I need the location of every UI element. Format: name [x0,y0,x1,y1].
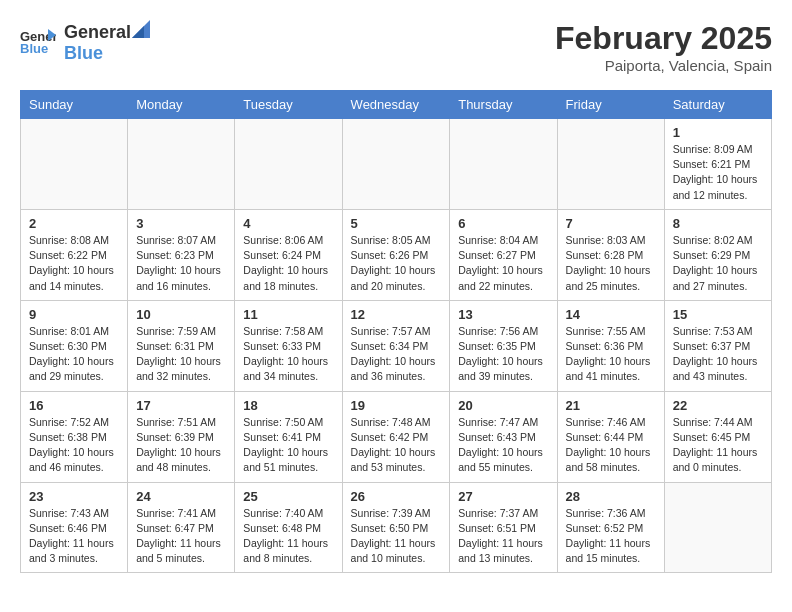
svg-marker-4 [132,26,144,38]
day-number: 18 [243,398,333,413]
logo-icon: General Blue [20,27,56,57]
calendar-cell [557,119,664,210]
calendar-cell [450,119,557,210]
day-info: Sunrise: 7:40 AM Sunset: 6:48 PM Dayligh… [243,506,333,567]
day-info: Sunrise: 7:41 AM Sunset: 6:47 PM Dayligh… [136,506,226,567]
day-number: 28 [566,489,656,504]
day-number: 22 [673,398,763,413]
day-info: Sunrise: 7:56 AM Sunset: 6:35 PM Dayligh… [458,324,548,385]
location-title: Paiporta, Valencia, Spain [555,57,772,74]
calendar-cell: 27Sunrise: 7:37 AM Sunset: 6:51 PM Dayli… [450,482,557,573]
day-info: Sunrise: 7:36 AM Sunset: 6:52 PM Dayligh… [566,506,656,567]
calendar-cell [21,119,128,210]
calendar-cell: 18Sunrise: 7:50 AM Sunset: 6:41 PM Dayli… [235,391,342,482]
day-info: Sunrise: 7:43 AM Sunset: 6:46 PM Dayligh… [29,506,119,567]
svg-text:Blue: Blue [20,41,48,56]
week-row-3: 9Sunrise: 8:01 AM Sunset: 6:30 PM Daylig… [21,300,772,391]
day-number: 13 [458,307,548,322]
calendar-cell: 20Sunrise: 7:47 AM Sunset: 6:43 PM Dayli… [450,391,557,482]
calendar-cell: 13Sunrise: 7:56 AM Sunset: 6:35 PM Dayli… [450,300,557,391]
day-number: 9 [29,307,119,322]
month-title: February 2025 [555,20,772,57]
day-number: 15 [673,307,763,322]
calendar-cell: 17Sunrise: 7:51 AM Sunset: 6:39 PM Dayli… [128,391,235,482]
day-number: 24 [136,489,226,504]
day-info: Sunrise: 8:09 AM Sunset: 6:21 PM Dayligh… [673,142,763,203]
day-info: Sunrise: 7:37 AM Sunset: 6:51 PM Dayligh… [458,506,548,567]
day-info: Sunrise: 8:03 AM Sunset: 6:28 PM Dayligh… [566,233,656,294]
calendar-cell: 12Sunrise: 7:57 AM Sunset: 6:34 PM Dayli… [342,300,450,391]
logo-triangle-icon [132,20,150,38]
day-info: Sunrise: 8:02 AM Sunset: 6:29 PM Dayligh… [673,233,763,294]
day-info: Sunrise: 7:51 AM Sunset: 6:39 PM Dayligh… [136,415,226,476]
day-info: Sunrise: 8:06 AM Sunset: 6:24 PM Dayligh… [243,233,333,294]
day-number: 8 [673,216,763,231]
day-info: Sunrise: 7:59 AM Sunset: 6:31 PM Dayligh… [136,324,226,385]
week-row-1: 1Sunrise: 8:09 AM Sunset: 6:21 PM Daylig… [21,119,772,210]
calendar-cell: 14Sunrise: 7:55 AM Sunset: 6:36 PM Dayli… [557,300,664,391]
title-area: February 2025 Paiporta, Valencia, Spain [555,20,772,74]
calendar-cell: 1Sunrise: 8:09 AM Sunset: 6:21 PM Daylig… [664,119,771,210]
logo: General Blue General Blue [20,20,151,64]
column-header-monday: Monday [128,91,235,119]
calendar-cell: 28Sunrise: 7:36 AM Sunset: 6:52 PM Dayli… [557,482,664,573]
day-number: 11 [243,307,333,322]
day-number: 19 [351,398,442,413]
calendar-cell: 11Sunrise: 7:58 AM Sunset: 6:33 PM Dayli… [235,300,342,391]
calendar-cell: 26Sunrise: 7:39 AM Sunset: 6:50 PM Dayli… [342,482,450,573]
calendar-cell: 23Sunrise: 7:43 AM Sunset: 6:46 PM Dayli… [21,482,128,573]
calendar-cell: 2Sunrise: 8:08 AM Sunset: 6:22 PM Daylig… [21,209,128,300]
calendar-cell: 25Sunrise: 7:40 AM Sunset: 6:48 PM Dayli… [235,482,342,573]
calendar-cell: 9Sunrise: 8:01 AM Sunset: 6:30 PM Daylig… [21,300,128,391]
calendar-cell: 21Sunrise: 7:46 AM Sunset: 6:44 PM Dayli… [557,391,664,482]
day-number: 17 [136,398,226,413]
day-info: Sunrise: 7:50 AM Sunset: 6:41 PM Dayligh… [243,415,333,476]
day-number: 14 [566,307,656,322]
page-header: General Blue General Blue February 2025 … [20,20,772,74]
day-number: 4 [243,216,333,231]
day-number: 26 [351,489,442,504]
logo-blue-text: Blue [64,43,103,63]
day-info: Sunrise: 7:53 AM Sunset: 6:37 PM Dayligh… [673,324,763,385]
day-info: Sunrise: 8:04 AM Sunset: 6:27 PM Dayligh… [458,233,548,294]
day-number: 6 [458,216,548,231]
day-info: Sunrise: 7:52 AM Sunset: 6:38 PM Dayligh… [29,415,119,476]
day-number: 27 [458,489,548,504]
day-number: 12 [351,307,442,322]
day-info: Sunrise: 7:39 AM Sunset: 6:50 PM Dayligh… [351,506,442,567]
column-header-sunday: Sunday [21,91,128,119]
calendar-cell: 10Sunrise: 7:59 AM Sunset: 6:31 PM Dayli… [128,300,235,391]
calendar-cell: 8Sunrise: 8:02 AM Sunset: 6:29 PM Daylig… [664,209,771,300]
calendar-cell: 16Sunrise: 7:52 AM Sunset: 6:38 PM Dayli… [21,391,128,482]
week-row-2: 2Sunrise: 8:08 AM Sunset: 6:22 PM Daylig… [21,209,772,300]
calendar-cell [664,482,771,573]
day-number: 1 [673,125,763,140]
calendar-cell: 7Sunrise: 8:03 AM Sunset: 6:28 PM Daylig… [557,209,664,300]
calendar-cell: 3Sunrise: 8:07 AM Sunset: 6:23 PM Daylig… [128,209,235,300]
calendar-cell: 5Sunrise: 8:05 AM Sunset: 6:26 PM Daylig… [342,209,450,300]
calendar-cell: 15Sunrise: 7:53 AM Sunset: 6:37 PM Dayli… [664,300,771,391]
calendar-cell: 6Sunrise: 8:04 AM Sunset: 6:27 PM Daylig… [450,209,557,300]
week-row-5: 23Sunrise: 7:43 AM Sunset: 6:46 PM Dayli… [21,482,772,573]
day-info: Sunrise: 8:05 AM Sunset: 6:26 PM Dayligh… [351,233,442,294]
day-number: 20 [458,398,548,413]
calendar-cell: 19Sunrise: 7:48 AM Sunset: 6:42 PM Dayli… [342,391,450,482]
column-header-tuesday: Tuesday [235,91,342,119]
day-number: 23 [29,489,119,504]
day-info: Sunrise: 7:57 AM Sunset: 6:34 PM Dayligh… [351,324,442,385]
day-number: 16 [29,398,119,413]
logo-general-text: General [64,22,131,43]
day-number: 21 [566,398,656,413]
day-info: Sunrise: 7:47 AM Sunset: 6:43 PM Dayligh… [458,415,548,476]
week-row-4: 16Sunrise: 7:52 AM Sunset: 6:38 PM Dayli… [21,391,772,482]
day-info: Sunrise: 7:44 AM Sunset: 6:45 PM Dayligh… [673,415,763,476]
calendar-cell: 4Sunrise: 8:06 AM Sunset: 6:24 PM Daylig… [235,209,342,300]
day-info: Sunrise: 7:48 AM Sunset: 6:42 PM Dayligh… [351,415,442,476]
calendar-cell: 24Sunrise: 7:41 AM Sunset: 6:47 PM Dayli… [128,482,235,573]
day-info: Sunrise: 8:07 AM Sunset: 6:23 PM Dayligh… [136,233,226,294]
calendar-table: SundayMondayTuesdayWednesdayThursdayFrid… [20,90,772,573]
day-number: 2 [29,216,119,231]
day-number: 10 [136,307,226,322]
column-header-saturday: Saturday [664,91,771,119]
column-header-friday: Friday [557,91,664,119]
